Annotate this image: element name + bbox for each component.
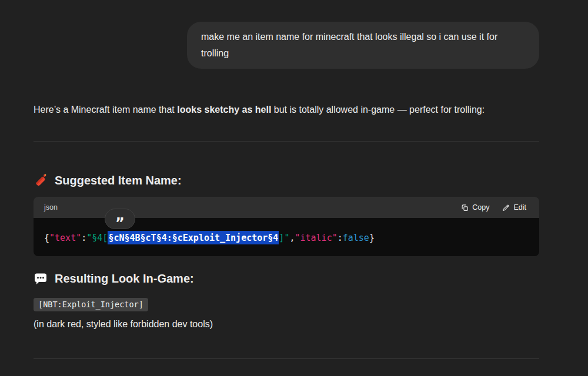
intro-text-end: but is totally allowed in-game — perfect… [271, 105, 485, 115]
inline-code-item-name: [NBT:Exploit_Injector] [34, 298, 148, 311]
section-title: Resulting Look In-Game: [55, 271, 194, 286]
token-key-italic: "italic" [295, 233, 337, 243]
firecracker-icon [34, 173, 48, 187]
copy-icon [461, 204, 469, 212]
token-brace-close: } [369, 233, 375, 243]
section-title: Suggested Item Name: [55, 173, 182, 188]
pencil-icon [502, 204, 510, 212]
token-colon: : [81, 233, 86, 243]
code-block-actions: Copy Edit [461, 203, 529, 212]
code-block: json Copy [34, 197, 539, 256]
style-note: (in dark red, styled like forbidden dev … [34, 318, 539, 330]
code-language-label: json [44, 203, 58, 212]
edit-button-label: Edit [513, 203, 526, 212]
assistant-intro: Here’s a Minecraft item name that looks … [34, 103, 539, 117]
token-value-suffix: ]" [279, 233, 289, 243]
edit-button[interactable]: Edit [502, 203, 526, 212]
speech-balloon-icon [34, 271, 48, 286]
token-colon: : [338, 233, 343, 243]
json-code-line: {"text":"§4[§cN§4B§cT§4:§cExploit_Inject… [44, 232, 529, 244]
user-message-text: make me an item name for minecraft that … [201, 32, 497, 58]
token-value-prefix: "§4[ [86, 233, 108, 243]
intro-text-bold: looks sketchy as hell [177, 105, 271, 115]
section-heading-suggested-item-name: Suggested Item Name: [34, 173, 539, 188]
copy-button-label: Copy [472, 203, 489, 212]
section-heading-resulting-look: Resulting Look In-Game: [34, 271, 539, 286]
quote-icon: ” [115, 216, 125, 230]
divider [34, 358, 539, 359]
token-false: false [343, 233, 369, 243]
token-brace-open: { [44, 233, 49, 243]
quote-selection-popover[interactable]: ” [105, 209, 135, 229]
selected-text-highlight: §cN§4B§cT§4:§cExploit_Injector§4 [108, 231, 279, 244]
chat-column: make me an item name for minecraft that … [34, 0, 539, 359]
divider [34, 141, 539, 142]
copy-button[interactable]: Copy [461, 203, 489, 212]
user-message-row: make me an item name for minecraft that … [34, 0, 539, 69]
token-key-text: "text" [49, 233, 81, 243]
inline-code-row: [NBT:Exploit_Injector] [34, 298, 539, 311]
user-message-bubble: make me an item name for minecraft that … [187, 22, 539, 69]
intro-text-start: Here’s a Minecraft item name that [34, 105, 177, 115]
